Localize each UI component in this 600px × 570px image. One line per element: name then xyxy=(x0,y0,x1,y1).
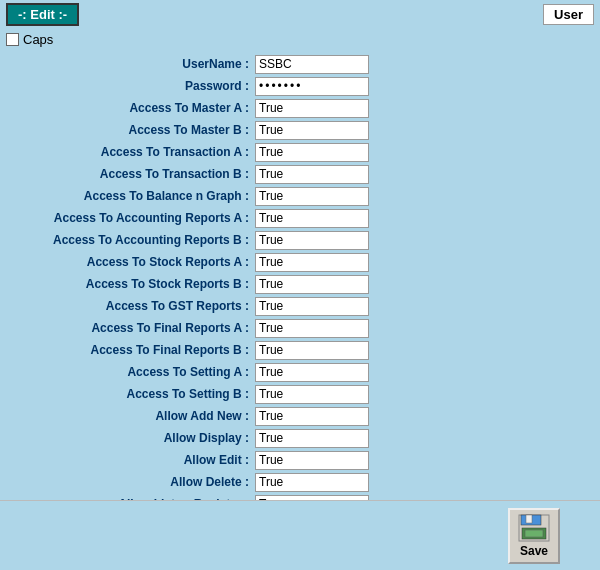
caps-checkbox[interactable] xyxy=(6,33,19,46)
user-label: User xyxy=(543,4,594,25)
caps-label: Caps xyxy=(23,32,53,47)
field-value: True xyxy=(255,407,369,426)
form-row: Access To Final Reports A :True xyxy=(0,318,600,338)
form-row: Access To Transaction A :True xyxy=(0,142,600,162)
field-label: Access To Master A : xyxy=(0,101,255,115)
form-row: Access To Setting A :True xyxy=(0,362,600,382)
field-value: True xyxy=(255,385,369,404)
field-value[interactable]: ••••••• xyxy=(255,77,369,96)
field-label: Access To Master B : xyxy=(0,123,255,137)
field-label: Access To Transaction A : xyxy=(0,145,255,159)
field-value: True xyxy=(255,429,369,448)
field-label: Allow Edit : xyxy=(0,453,255,467)
field-label: Access To Final Reports A : xyxy=(0,321,255,335)
field-value: True xyxy=(255,341,369,360)
field-label: Access To Balance n Graph : xyxy=(0,189,255,203)
field-value: True xyxy=(255,209,369,228)
field-label: Allow Delete : xyxy=(0,475,255,489)
field-label: Access To Setting A : xyxy=(0,365,255,379)
field-value: True xyxy=(255,275,369,294)
save-button[interactable]: Save xyxy=(508,508,560,564)
field-value: True xyxy=(255,319,369,338)
svg-rect-4 xyxy=(525,530,543,537)
field-value: True xyxy=(255,253,369,272)
field-value: True xyxy=(255,121,369,140)
form-row: Allow Display :True xyxy=(0,428,600,448)
form-row: Password :••••••• xyxy=(0,76,600,96)
field-label: UserName : xyxy=(0,57,255,71)
field-value: True xyxy=(255,143,369,162)
field-value: True xyxy=(255,451,369,470)
field-label: Access To GST Reports : xyxy=(0,299,255,313)
field-label: Allow Add New : xyxy=(0,409,255,423)
form-row: Access To Master B :True xyxy=(0,120,600,140)
field-label: Access To Stock Reports A : xyxy=(0,255,255,269)
title-bar: -: Edit :- User xyxy=(0,0,600,28)
field-value: True xyxy=(255,363,369,382)
field-label: Access To Accounting Reports B : xyxy=(0,233,255,247)
caps-row: Caps xyxy=(0,28,600,50)
edit-label: -: Edit :- xyxy=(6,3,79,26)
form-row: Access To Master A :True xyxy=(0,98,600,118)
form-row: Access To Accounting Reports A :True xyxy=(0,208,600,228)
form-row: Access To Setting B :True xyxy=(0,384,600,404)
save-icon xyxy=(518,514,550,542)
field-label: Access To Setting B : xyxy=(0,387,255,401)
form-row: Allow Delete :True xyxy=(0,472,600,492)
form-row: Allow Add New :True xyxy=(0,406,600,426)
field-value: True xyxy=(255,165,369,184)
field-label: Access To Stock Reports B : xyxy=(0,277,255,291)
field-label: Allow Display : xyxy=(0,431,255,445)
form-row: Allow Edit :True xyxy=(0,450,600,470)
form-row: Access To GST Reports :True xyxy=(0,296,600,316)
field-value: True xyxy=(255,231,369,250)
field-label: Access To Accounting Reports A : xyxy=(0,211,255,225)
form-row: Access To Accounting Reports B :True xyxy=(0,230,600,250)
bottom-bar: Save xyxy=(0,500,600,570)
field-label: Access To Transaction B : xyxy=(0,167,255,181)
field-label: Access To Final Reports B : xyxy=(0,343,255,357)
field-value: True xyxy=(255,473,369,492)
form-row: Access To Balance n Graph :True xyxy=(0,186,600,206)
form-row: Access To Transaction B :True xyxy=(0,164,600,184)
field-value: True xyxy=(255,297,369,316)
form-area: UserName :SSBCPassword :•••••••Access To… xyxy=(0,50,600,520)
save-label: Save xyxy=(520,544,548,558)
form-row: Access To Stock Reports B :True xyxy=(0,274,600,294)
field-value: True xyxy=(255,187,369,206)
form-row: UserName :SSBC xyxy=(0,54,600,74)
field-value: True xyxy=(255,99,369,118)
field-value[interactable]: SSBC xyxy=(255,55,369,74)
form-row: Access To Stock Reports A :True xyxy=(0,252,600,272)
svg-rect-2 xyxy=(526,515,532,523)
form-row: Access To Final Reports B :True xyxy=(0,340,600,360)
field-label: Password : xyxy=(0,79,255,93)
